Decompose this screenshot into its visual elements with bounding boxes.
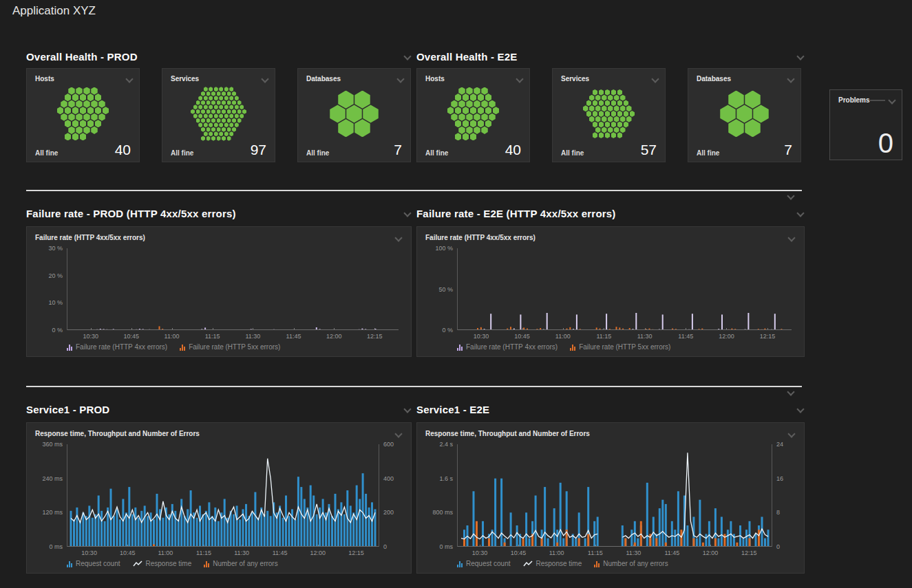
legend-item[interactable]: Number of any errors <box>594 560 668 567</box>
x-tick-label: 11:45 <box>678 333 693 340</box>
chevron-down-icon[interactable] <box>403 53 412 60</box>
chevron-down-icon[interactable] <box>403 210 412 217</box>
legend-item[interactable]: Failure rate (HTTP 5xx errors) <box>570 343 670 351</box>
failure-rate-e2e-chart-tile[interactable]: Failure rate (HTTP 4xx/5xx errors) 100 %… <box>416 226 805 357</box>
chevron-down-icon[interactable] <box>261 76 269 83</box>
hexagon-healthy <box>620 116 626 122</box>
status-label: All fine <box>306 149 329 157</box>
hexagon-healthy <box>605 89 611 96</box>
y-tick-label: 120 ms <box>42 509 63 516</box>
chevron-down-icon[interactable] <box>796 53 805 60</box>
health-tile-services-e2e[interactable]: Services All fine57 <box>552 68 666 162</box>
hexagon-healthy <box>209 96 213 100</box>
status-label: All fine <box>171 149 193 157</box>
section-heading-row: Overall Health - E2E <box>416 50 805 63</box>
hexagon-healthy <box>599 111 604 117</box>
hexagon-healthy <box>611 111 617 117</box>
hexagon-healthy <box>80 120 87 127</box>
chevron-down-icon[interactable] <box>787 193 795 199</box>
chevron-down-icon[interactable] <box>796 406 805 413</box>
x-tick-label: 11:15 <box>196 549 211 556</box>
hexagon-healthy <box>224 113 229 118</box>
hexagon-healthy <box>201 100 205 105</box>
chart-legend: Request countResponse timeNumber of any … <box>67 560 403 567</box>
hexagon-healthy <box>65 94 72 101</box>
hex-honeycomb <box>424 85 522 142</box>
hexagon-healthy <box>201 118 205 123</box>
x-tick-label: 12:15 <box>348 549 364 556</box>
chevron-down-icon[interactable] <box>394 235 403 241</box>
chevron-down-icon[interactable] <box>796 210 805 217</box>
chart-header: Failure rate (HTTP 4xx/5xx errors) <box>425 234 796 241</box>
hexagon-healthy <box>214 96 218 100</box>
hexagon-healthy <box>614 105 619 111</box>
y-tick-label: 0 ms <box>439 543 453 550</box>
plot-area[interactable]: 10:3010:4511:0011:1511:3011:4512:0012:15 <box>67 248 399 330</box>
hexagon-healthy <box>481 87 488 95</box>
health-tile-databases-prod[interactable]: Databases All fine7 <box>297 68 411 162</box>
chart-legend: Failure rate (HTTP 4xx errors)Failure ra… <box>67 343 403 351</box>
hexagon-healthy <box>485 107 492 114</box>
hexagon-healthy <box>478 94 485 101</box>
chevron-down-icon[interactable] <box>516 76 524 83</box>
hexagon-healthy <box>451 100 458 108</box>
legend-item[interactable]: Failure rate (HTTP 5xx errors) <box>180 343 280 351</box>
chevron-down-icon[interactable] <box>403 406 412 413</box>
health-tile-services-prod[interactable]: Services All fine97 <box>162 68 275 162</box>
hexagon-healthy <box>466 100 473 108</box>
section-heading-row: Failure rate - PROD (HTTP 4xx/5xx errors… <box>26 206 412 220</box>
legend-item[interactable]: Request count <box>67 560 120 567</box>
hexagon-healthy <box>605 111 611 117</box>
chevron-down-icon[interactable] <box>396 76 405 83</box>
health-tile-hosts-e2e[interactable]: Hosts All fine40 <box>416 68 530 162</box>
chevron-down-icon[interactable] <box>651 76 659 83</box>
x-tick-label: 11:30 <box>234 549 249 556</box>
legend-item[interactable]: Failure rate (HTTP 4xx errors) <box>457 343 558 351</box>
plot-area[interactable]: 10:3010:4511:0011:1511:3011:4512:0012:15 <box>457 248 792 330</box>
hexagon-healthy <box>470 120 477 127</box>
chevron-down-icon[interactable] <box>787 235 796 241</box>
plot-area[interactable]: 10:3010:4511:0011:1511:3011:4512:0012:15 <box>67 444 379 547</box>
health-tile-databases-e2e[interactable]: Databases All fine7 <box>688 68 801 162</box>
legend-item[interactable]: Request count <box>457 560 511 567</box>
entity-count: 40 <box>115 142 131 157</box>
hexagon-healthy <box>330 105 346 122</box>
bar-series-icon <box>67 560 72 567</box>
x-tick-label: 11:00 <box>549 549 564 556</box>
legend-item[interactable]: Failure rate (HTTP 4xx errors) <box>67 343 167 351</box>
hexagon-healthy <box>608 116 613 122</box>
hexagon-healthy <box>57 107 64 114</box>
service1-e2e-chart-tile[interactable]: Response time, Throughput and Number of … <box>416 422 805 574</box>
problems-tile[interactable]: Problems 0 <box>829 89 902 160</box>
y-axis-right: 241680 <box>772 444 796 547</box>
hexagon-healthy <box>193 105 198 109</box>
section-heading-row: Overall Health - PROD <box>26 50 412 63</box>
legend-item[interactable]: Response time <box>523 560 582 567</box>
hexagon-healthy <box>201 109 205 114</box>
chevron-down-icon[interactable] <box>125 76 134 83</box>
hexagon-healthy <box>80 107 87 114</box>
legend-item[interactable]: Number of any errors <box>204 560 277 567</box>
tile-label: Problems <box>838 96 870 104</box>
plot-area[interactable]: 10:3010:4511:0011:1511:3011:4512:0012:15 <box>457 444 772 547</box>
section-title: Service1 - PROD <box>26 404 109 415</box>
hexagon-healthy <box>68 113 75 121</box>
service1-prod-chart-tile[interactable]: Response time, Throughput and Number of … <box>26 422 412 574</box>
tile-label: Hosts <box>35 75 54 83</box>
chevron-down-icon[interactable] <box>787 389 795 395</box>
hexagon-healthy <box>68 100 75 108</box>
hexagon-healthy <box>227 136 231 141</box>
health-tile-hosts-prod[interactable]: Hosts All fine40 <box>26 68 140 162</box>
chevron-down-icon[interactable] <box>787 431 796 437</box>
hexagon-healthy <box>455 107 462 114</box>
hexagon-healthy <box>753 105 769 122</box>
hexagon-healthy <box>458 113 465 121</box>
chevron-down-icon[interactable] <box>394 431 403 437</box>
legend-item[interactable]: Response time <box>133 560 192 567</box>
chevron-down-icon[interactable] <box>787 76 795 83</box>
section-divider <box>26 190 802 191</box>
chart-header: Failure rate (HTTP 4xx/5xx errors) <box>35 234 403 241</box>
failure-rate-prod-chart-tile[interactable]: Failure rate (HTTP 4xx/5xx errors) 30 %2… <box>26 226 412 357</box>
hexagon-healthy <box>338 91 354 109</box>
chevron-down-icon[interactable] <box>888 97 896 104</box>
